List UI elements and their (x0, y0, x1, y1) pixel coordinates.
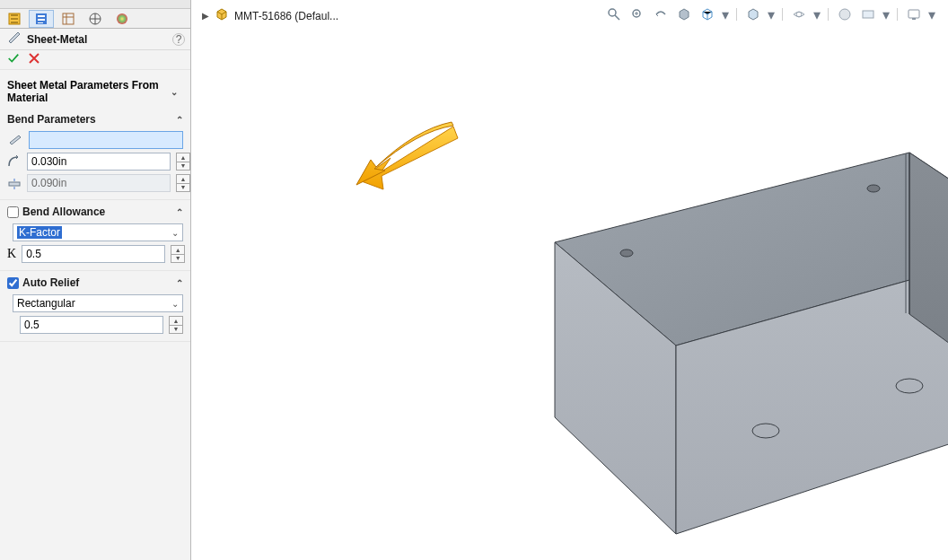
ok-cancel-row (0, 50, 190, 70)
k-factor-input[interactable] (22, 245, 165, 263)
section-material-header[interactable]: Sheet Metal Parameters From Material ⌄ (7, 74, 183, 108)
scene-icon[interactable] (859, 5, 877, 23)
dropdown-icon[interactable]: ▾ (928, 5, 935, 23)
svg-rect-10 (9, 182, 20, 186)
svg-rect-16 (863, 11, 873, 18)
svg-point-26 (867, 185, 880, 192)
bend-allowance-method-select[interactable]: K-Factor ⌄ (13, 223, 183, 241)
chevron-up-icon: ⌃ (176, 115, 183, 125)
svg-point-11 (609, 9, 616, 16)
zoom-fit-icon[interactable] (605, 5, 623, 23)
chevron-down-icon: ⌄ (171, 87, 178, 97)
thickness-input[interactable] (27, 174, 171, 192)
gauge-row (7, 129, 183, 151)
display-style-icon[interactable] (744, 5, 762, 23)
cancel-button[interactable] (29, 53, 40, 66)
section-material-label: Sheet Metal Parameters From Material (7, 79, 171, 104)
section-bend-allowance-header[interactable]: Bend Allowance ⌃ (7, 204, 183, 222)
viewport-toolbar: ▾ ▾ ▾ ▾ ▾ (605, 5, 935, 23)
chevron-up-icon: ⌃ (176, 278, 183, 288)
annotation-arrow (355, 122, 462, 194)
model[interactable] (470, 126, 948, 547)
feature-header: Sheet-Metal ? (0, 29, 190, 50)
dropdown-icon[interactable]: ▾ (882, 5, 890, 23)
dropdown-icon[interactable]: ▾ (813, 5, 821, 23)
svg-rect-17 (908, 10, 919, 18)
view-settings-icon[interactable] (905, 5, 923, 23)
svg-point-25 (620, 249, 633, 257)
chevron-down-icon: ⌄ (171, 228, 179, 238)
k-factor-up[interactable]: ▲ (171, 245, 185, 254)
zoom-area-icon[interactable] (628, 5, 646, 23)
feature-title: Sheet-Metal (27, 33, 87, 46)
appearance-icon[interactable] (836, 5, 854, 23)
thickness-down[interactable]: ▼ (176, 183, 190, 192)
panel-tab-row (0, 9, 190, 29)
bend-allowance-checkbox[interactable] (7, 206, 19, 218)
relief-ratio-up[interactable]: ▲ (169, 316, 183, 325)
k-factor-label: K (7, 247, 16, 261)
tab-property-manager[interactable] (29, 10, 54, 28)
bend-radius-spinner: ▲ ▼ (176, 153, 190, 171)
separator (782, 8, 783, 21)
help-button[interactable]: ? (172, 33, 185, 46)
graphics-viewport[interactable]: ▶ MMT-51686 (Defaul... ▾ ▾ ▾ ▾ ▾ (191, 0, 948, 560)
thickness-row: ▲ ▼ (7, 172, 183, 194)
bend-radius-input[interactable] (27, 153, 171, 171)
tab-configuration-manager[interactable] (56, 10, 81, 28)
relief-ratio-spinner: ▲ ▼ (169, 316, 183, 334)
section-view-icon[interactable] (675, 5, 693, 23)
chevron-up-icon: ⌃ (176, 207, 183, 217)
gauge-input[interactable] (29, 131, 183, 149)
panel-top-strip (0, 0, 190, 9)
k-factor-row: K ▲ ▼ (7, 243, 183, 265)
relief-ratio-row: ▲ ▼ (7, 314, 183, 336)
svg-rect-5 (63, 13, 74, 24)
relief-ratio-down[interactable]: ▼ (169, 325, 183, 334)
bend-radius-up[interactable]: ▲ (176, 153, 190, 162)
tab-feature-manager[interactable] (2, 10, 27, 28)
dropdown-icon[interactable]: ▾ (768, 5, 775, 23)
separator (736, 8, 737, 21)
sheet-metal-icon (7, 31, 22, 48)
section-bend-parameters: Bend Parameters ⌃ ▲ ▼ (0, 108, 190, 200)
bend-radius-down[interactable]: ▼ (176, 162, 190, 171)
tab-dimxpert[interactable] (83, 10, 108, 28)
chevron-down-icon: ⌄ (171, 299, 179, 309)
tab-display-manager[interactable] (110, 10, 135, 28)
k-factor-down[interactable]: ▼ (171, 254, 185, 263)
svg-point-15 (839, 9, 850, 20)
section-bend-parameters-header[interactable]: Bend Parameters ⌃ (7, 111, 183, 129)
section-material: Sheet Metal Parameters From Material ⌄ (0, 70, 190, 108)
app-root: Sheet-Metal ? Sheet Metal Parameters Fro… (0, 0, 948, 560)
section-bend-allowance-label: Bend Allowance (22, 206, 105, 218)
ok-button[interactable] (7, 52, 20, 67)
breadcrumb[interactable]: ▶ MMT-51686 (Defaul... (202, 7, 338, 24)
svg-line-12 (615, 15, 619, 20)
svg-point-9 (117, 13, 127, 24)
breadcrumb-expand-icon[interactable]: ▶ (202, 11, 209, 21)
svg-rect-2 (38, 15, 45, 17)
auto-relief-type-label: Rectangular (17, 297, 75, 310)
gauge-icon (7, 134, 23, 146)
bend-radius-row: ▲ ▼ (7, 151, 183, 172)
section-bend-allowance: Bend Allowance ⌃ K-Factor ⌄ K ▲ ▼ (0, 200, 190, 271)
thickness-icon (7, 177, 22, 189)
separator (897, 8, 898, 21)
dropdown-icon[interactable]: ▾ (722, 5, 729, 23)
svg-rect-3 (38, 19, 45, 21)
svg-rect-4 (38, 22, 43, 23)
thickness-up[interactable]: ▲ (176, 174, 190, 183)
view-orientation-icon[interactable] (698, 5, 716, 23)
previous-view-icon[interactable] (652, 5, 670, 23)
part-icon (215, 7, 229, 24)
hide-show-icon[interactable] (790, 5, 808, 23)
auto-relief-type-select[interactable]: Rectangular ⌄ (13, 294, 183, 312)
bend-allowance-method-row: K-Factor ⌄ (7, 222, 183, 243)
section-auto-relief-header[interactable]: Auto Relief ⌃ (7, 275, 183, 293)
k-factor-spinner: ▲ ▼ (171, 245, 185, 263)
bend-allowance-method-label: K-Factor (17, 226, 62, 239)
auto-relief-checkbox[interactable] (7, 277, 19, 289)
property-manager-panel: Sheet-Metal ? Sheet Metal Parameters Fro… (0, 0, 191, 560)
relief-ratio-input[interactable] (20, 316, 163, 334)
